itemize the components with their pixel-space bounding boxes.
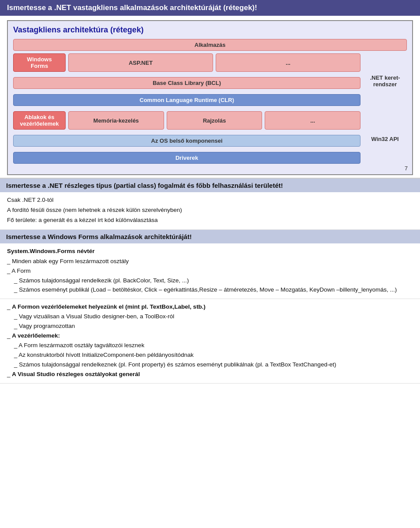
fv-item-2: Vagy programozottan bbox=[7, 322, 413, 331]
diagram-section: Vastagkliens architektúra (rétegek) Alka… bbox=[0, 16, 420, 179]
partial-line-2: A fordító fésüli össze (nem lehetnek a r… bbox=[7, 206, 413, 215]
left-stack: Windows Forms ASP.NET ... Base Class Lib… bbox=[13, 53, 360, 109]
win32-api-label: Win32 API bbox=[363, 111, 407, 166]
asp-net-cell: ASP.NET bbox=[68, 53, 213, 72]
system-windows-subheader: System.Windows.Forms névtér bbox=[7, 248, 94, 254]
fv-item-5: Az konstruktorból hívott InitializeCompo… bbox=[7, 351, 413, 360]
os-row: Az OS belső komponensei bbox=[13, 135, 360, 147]
system-windows-list: Minden ablak egy Form leszármazott osztá… bbox=[7, 257, 413, 295]
windows-forms-cell: Windows Forms bbox=[13, 53, 66, 72]
swf-item-1: A Form bbox=[7, 267, 413, 276]
fv-item-6: Számos tulajdonsággal rendelkeznek (pl. … bbox=[7, 360, 413, 370]
swf-item-2: Számos tulajdonsággal rendelkezik (pl. B… bbox=[7, 276, 413, 285]
partial-class-body: Csak .NET 2.0-tól A fordító fésüli össze… bbox=[0, 192, 420, 230]
partial-line-1: Csak .NET 2.0-tól bbox=[7, 196, 413, 205]
fv-item-7: A Visual Studio részleges osztályokat ge… bbox=[7, 370, 413, 379]
clr-row: Common Language Runtime (CLR) bbox=[13, 94, 360, 106]
page-number: 7 bbox=[405, 165, 408, 172]
partial-class-header: Ismertesse a .NET részleges típus (parti… bbox=[0, 179, 420, 192]
partial-line-3: Fő területe: a generált és a kézzel írt … bbox=[7, 216, 413, 225]
dots2-cell: ... bbox=[265, 111, 360, 130]
clr-cell: Common Language Runtime (CLR) bbox=[13, 94, 360, 106]
diagram-title: Vastagkliens architektúra (rétegek) bbox=[13, 25, 407, 35]
bottom-layers: Ablakok és vezérlőelemek Memória-kezelés… bbox=[13, 111, 407, 166]
bottom-left-stack: Ablakok és vezérlőelemek Memória-kezelés… bbox=[13, 111, 360, 166]
bcl-cell: Base Class Library (BCL) bbox=[13, 77, 360, 89]
driverek-cell: Driverek bbox=[13, 152, 360, 164]
page-header: Ismertesse a .NET vastagkliens alkalmazá… bbox=[0, 0, 420, 16]
memoria-cell: Memória-kezelés bbox=[68, 111, 164, 130]
swf-item-3: Számos eseményt publikál (Load – betölté… bbox=[7, 285, 413, 295]
fv-item-1: Vagy vizuálisan a Visual Studio designer… bbox=[7, 312, 413, 321]
swf-item-0: Minden ablak egy Form leszármazott osztá… bbox=[7, 257, 413, 266]
fv-item-3: A vezérlőelemek: bbox=[7, 331, 413, 341]
dots1-cell: ... bbox=[216, 53, 360, 72]
formon-vezerlok-body: A Formon vezérlőelemeket helyezünk el (m… bbox=[0, 299, 420, 383]
diagram-box: Vastagkliens architektúra (rétegek) Alka… bbox=[7, 20, 413, 175]
fv-item-0: A Formon vezérlőelemeket helyezünk el (m… bbox=[7, 303, 413, 312]
driverek-row: Driverek bbox=[13, 152, 360, 164]
controls-row: Ablakok és vezérlőelemek Memória-kezelés… bbox=[13, 111, 360, 130]
alkalmazas-row: Alkalmazás bbox=[13, 39, 407, 51]
frameworks-row: Windows Forms ASP.NET ... bbox=[13, 53, 360, 72]
formon-list: A Formon vezérlőelemeket helyezünk el (m… bbox=[7, 303, 413, 379]
bcl-row: Base Class Library (BCL) bbox=[13, 77, 360, 89]
net-keretrendszer-label: .NET keret-rendszer bbox=[363, 53, 407, 109]
system-windows-body: System.Windows.Forms névtér Minden ablak… bbox=[0, 243, 420, 299]
alkalmazas-cell: Alkalmazás bbox=[13, 39, 407, 51]
winforms-arch-header: Ismertesse a Windows Forms alkalmazások … bbox=[0, 230, 420, 243]
fv-item-4: A Form leszármazott osztály tagváltozói … bbox=[7, 341, 413, 350]
os-cell: Az OS belső komponensei bbox=[13, 135, 360, 147]
rajzolas-cell: Rajzolás bbox=[167, 111, 262, 130]
mid-row: Windows Forms ASP.NET ... Base Class Lib… bbox=[13, 53, 407, 109]
ablakok-cell: Ablakok és vezérlőelemek bbox=[13, 111, 66, 130]
